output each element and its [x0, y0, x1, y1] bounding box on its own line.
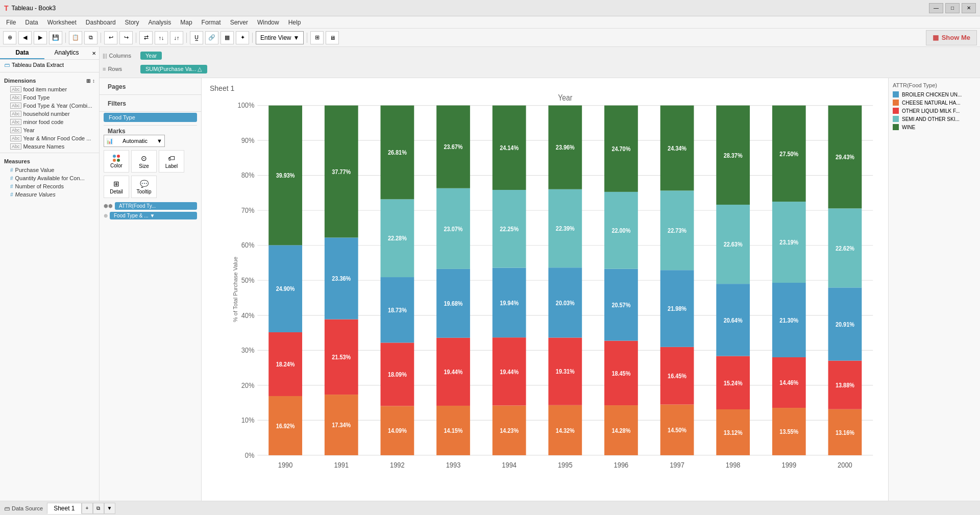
data-source-item[interactable]: 🗃 Tableau Data Extract	[0, 60, 99, 70]
toolbar-duplicate[interactable]: ⧉	[84, 31, 97, 44]
dim-household[interactable]: Abc household number	[0, 110, 99, 118]
toolbar-forward[interactable]: ▶	[34, 31, 47, 44]
meas-quantity[interactable]: # Quantity Available for Con...	[0, 174, 99, 182]
new-sheet-button[interactable]: +	[82, 503, 93, 514]
svg-text:13.88%: 13.88%	[836, 381, 854, 389]
toolbar-grid[interactable]: ⊞	[310, 31, 324, 44]
meas-records[interactable]: # Number of Records	[0, 182, 99, 190]
marks-detail-button[interactable]: ⊞ Detail	[104, 176, 129, 198]
sep5	[252, 33, 253, 43]
svg-text:19.44%: 19.44%	[444, 368, 463, 376]
duplicate-sheet-button[interactable]: ⧉	[93, 503, 104, 514]
menu-map[interactable]: Map	[176, 18, 196, 27]
svg-text:29.43%: 29.43%	[836, 153, 854, 161]
divider1	[0, 72, 99, 72]
menu-story[interactable]: Story	[121, 18, 143, 27]
svg-text:20.91%: 20.91%	[836, 321, 854, 328]
panel-close[interactable]: ✕	[89, 47, 99, 59]
grid-view-icon[interactable]: ⊞	[86, 78, 90, 84]
svg-text:18.45%: 18.45%	[611, 370, 630, 377]
size-icon: ⊙	[141, 154, 147, 162]
menu-analysis[interactable]: Analysis	[144, 18, 176, 27]
abc-icon: Abc	[10, 103, 21, 109]
legend-swatch-milk	[893, 108, 899, 114]
toolbar-monitor[interactable]: 🖥	[326, 31, 339, 44]
minimize-button[interactable]: —	[929, 3, 943, 13]
meas-purchase-value[interactable]: # Purchase Value	[0, 166, 99, 174]
dim-food-item[interactable]: Abc food item number	[0, 85, 99, 93]
marks-dropdown-arrow: ▼	[157, 138, 162, 144]
menu-file[interactable]: File	[2, 18, 20, 27]
marks-size-button[interactable]: ⊙ Size	[131, 150, 157, 173]
maximize-button[interactable]: □	[945, 3, 960, 13]
columns-pill-year[interactable]: Year	[140, 52, 162, 60]
dim-minor-food[interactable]: Abc minor food code	[0, 118, 99, 126]
toolbar-undo[interactable]: ↩	[104, 31, 117, 44]
legend-item-wine: WINE	[893, 124, 976, 130]
svg-text:1995: 1995	[558, 460, 573, 469]
sheet-list-button[interactable]: ▼	[104, 503, 115, 514]
toolbar-redo[interactable]: ↪	[119, 31, 133, 44]
toolbar-table[interactable]: ▦	[220, 31, 234, 44]
data-source-icon: 🗃	[4, 62, 10, 68]
toolbar-swap[interactable]: ⇄	[139, 31, 153, 44]
legend-label-wine: WINE	[902, 125, 915, 130]
menu-format[interactable]: Format	[198, 18, 225, 27]
menu-server[interactable]: Server	[226, 18, 252, 27]
marks-foodtype-pill[interactable]: Food Type & ... ▼	[110, 212, 197, 219]
dim-year[interactable]: Abc Year	[0, 126, 99, 134]
close-button[interactable]: ✕	[962, 3, 976, 13]
sort-icon[interactable]: ↕	[92, 78, 95, 84]
menu-data[interactable]: Data	[21, 18, 42, 27]
svg-text:23.67%: 23.67%	[444, 143, 463, 151]
view-dropdown[interactable]: Entire View ▼	[256, 31, 304, 44]
sheet1-tab[interactable]: Sheet 1	[47, 503, 81, 514]
menu-dashboard[interactable]: Dashboard	[82, 18, 120, 27]
divider2	[0, 153, 99, 153]
svg-text:30%: 30%	[241, 346, 255, 354]
rows-label: ≡ Rows	[103, 66, 138, 72]
marks-tooltip-button[interactable]: 💬 Tooltip	[131, 176, 157, 198]
svg-text:21.98%: 21.98%	[668, 305, 687, 312]
meas-measure-values[interactable]: # Measure Values	[0, 190, 99, 199]
data-source-status-label: Data Source	[12, 505, 43, 511]
show-me-button[interactable]: ▦ Show Me	[926, 30, 977, 45]
marks-label-button[interactable]: 🏷 Label	[159, 150, 184, 173]
toolbar-link[interactable]: 🔗	[205, 31, 218, 44]
marks-attr-pill[interactable]: ATTR(Food Ty...	[115, 202, 197, 210]
toolbar-home[interactable]: ⊕	[3, 31, 16, 44]
menu-worksheet[interactable]: Worksheet	[43, 18, 81, 27]
marks-color-button[interactable]: Color	[104, 150, 129, 173]
svg-text:20.57%: 20.57%	[611, 301, 630, 309]
tab-analytics[interactable]: Analytics	[44, 47, 89, 59]
svg-text:1999: 1999	[781, 460, 796, 469]
svg-text:1991: 1991	[334, 460, 349, 469]
toolbar-new-ds[interactable]: 📋	[69, 31, 82, 44]
tab-data[interactable]: Data	[0, 47, 44, 59]
dim-year-minor[interactable]: Abc Year & Minor Food Code ...	[0, 134, 99, 142]
toolbar-back[interactable]: ◀	[18, 31, 32, 44]
svg-text:16.92%: 16.92%	[276, 422, 295, 430]
label-icon: 🏷	[168, 154, 175, 162]
legend-swatch-semi	[893, 116, 899, 122]
toolbar-star[interactable]: ✦	[236, 31, 249, 44]
toolbar-save[interactable]: 💾	[49, 31, 62, 44]
rows-icon: ≡	[103, 66, 106, 72]
dim-food-type[interactable]: Abc Food Type	[0, 93, 99, 102]
rows-pill-sum[interactable]: SUM(Purchase Va... △	[140, 65, 207, 73]
menu-window[interactable]: Window	[253, 18, 283, 27]
dim-measure-names[interactable]: Abc Measure Names	[0, 142, 99, 151]
toolbar-sort-desc[interactable]: ↓↑	[170, 31, 183, 44]
toolbar-sort-asc[interactable]: ↑↓	[155, 31, 168, 44]
svg-text:14.32%: 14.32%	[556, 427, 575, 434]
toolbar-underline[interactable]: U̲	[190, 31, 203, 44]
menu-help[interactable]: Help	[284, 18, 305, 27]
dim-food-type-year[interactable]: Abc Food Type & Year (Combi...	[0, 102, 99, 110]
svg-text:10%: 10%	[241, 415, 255, 424]
show-me-icon: ▦	[933, 34, 939, 41]
svg-text:20%: 20%	[241, 380, 255, 389]
data-source-status[interactable]: 🗃 Data Source	[4, 505, 43, 511]
filter-food-type[interactable]: Food Type	[104, 113, 197, 122]
sep3	[136, 33, 136, 43]
color-dots	[113, 155, 120, 158]
